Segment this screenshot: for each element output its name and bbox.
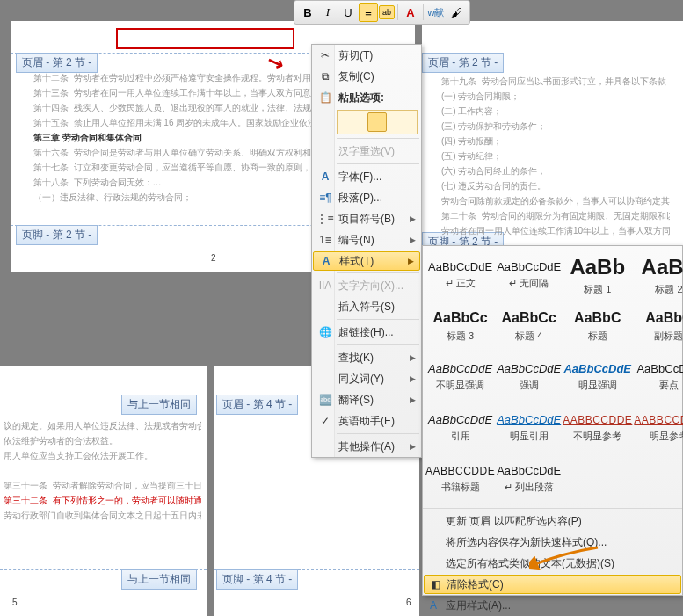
ctx-find[interactable]: 查找(K)▶ [312,347,421,368]
context-menu: ✂剪切(T) ⧉复制(C) 📋粘贴选项: 汉字重选(V) A字体(F)... ≡… [311,44,422,458]
style-swatch[interactable]: AaBbCcDdE明显强调 [563,352,632,402]
page-number-1: 2 [211,253,216,263]
fly-apply-styles[interactable]: A应用样式(A)... [423,595,682,616]
page-number-br: 6 [406,598,411,607]
translate-icon: 🔤 [316,391,335,409]
paragraph-icon: ≡¶ [316,189,335,207]
same-prev-3: 与上一节相同 [121,395,197,415]
bold-button[interactable]: B [298,3,317,22]
ctx-translate[interactable]: 🔤翻译(S)▶ [312,389,421,410]
fly-update[interactable]: 更新 页眉 以匹配所选内容(P) [423,511,682,532]
paste-option-keep[interactable] [337,110,418,134]
italic-button[interactable]: I [318,3,338,22]
annotation-red-box [116,28,294,49]
bullets-icon: ⋮≡ [316,210,335,228]
style-gallery: AaBbCcDdE↵ 正文AaBbCcDdE↵ 无间隔AaBb标题 1AaBb标… [423,246,682,506]
ctx-paste-opts: 📋粘贴选项: [312,87,421,108]
style-swatch[interactable]: AABBCCDDE明显参考 [634,403,683,453]
eraser-icon: ◧ [428,577,442,591]
english-icon: ✓ [316,412,335,430]
underline-button[interactable]: U [338,3,358,22]
page-number-bl: 5 [12,598,18,607]
scissors-icon: ✂ [316,47,335,64]
style-swatch[interactable]: AaBbCcDdE↵ 正文 [425,250,495,300]
style-swatch[interactable]: AaBbCc标题 3 [425,301,495,351]
mini-toolbar: B I U ≡ ab A w献 🖌 [294,0,470,25]
ctx-link[interactable]: 🌐超链接(H)... [312,322,421,343]
numbering-icon: 1≡ [316,231,335,249]
ctx-font[interactable]: A字体(F)... [312,166,421,187]
ctx-other[interactable]: 其他操作(A)▶ [312,436,421,457]
font-icon: A [316,168,335,185]
font-color-button[interactable]: A [401,3,420,22]
clipboard-icon [367,112,387,132]
ctx-hanzi: 汉字重选(V) [312,141,421,162]
annotation-orange-arrow [529,544,599,570]
doc-body: 第十二条 劳动者在劳动过程中必须严格遵守安全操作规程。劳动者对用人单位… 第十三… [33,70,315,205]
style-swatch[interactable]: AaBbCcDdE明显引用 [497,403,561,453]
ctx-styles[interactable]: A样式(T)▶ [313,251,420,271]
style-swatch[interactable]: AaBbCcDdE要点 [634,352,683,402]
ctx-synonym[interactable]: 同义词(Y)▶ [312,368,421,389]
fly-clear-format[interactable]: ◧清除格式(C) [424,575,681,594]
style-swatch[interactable]: AABBCCDDE书籍标题 [425,454,495,504]
style-swatch[interactable]: AaBbCcDdE↵ 列出段落 [497,454,561,504]
style-swatch[interactable]: AaBb标题 2 [634,250,683,300]
ctx-text-dir: IIA文字方向(X)... [312,275,421,296]
styles-icon: A [316,252,336,270]
align-center-button[interactable]: ≡ [359,3,378,22]
style-swatch[interactable]: AaBbCc标题 4 [497,301,561,351]
style-swatch[interactable]: AaBb标题 1 [563,250,632,300]
ctx-eng[interactable]: ✓英语助手(E) [312,410,421,431]
translate-icon[interactable]: w献 [426,3,446,22]
header-label-sec4: 页眉 - 第 4 节 - [216,395,298,415]
ctx-cut[interactable]: ✂剪切(T) [312,45,421,66]
ctx-numbering[interactable]: 1≡编号(N)▶ [312,229,421,250]
style-swatch[interactable]: AaBbC标题 [563,301,632,351]
ctx-copy[interactable]: ⧉复制(C) [312,66,421,87]
copy-icon: ⧉ [316,68,335,85]
link-icon: 🌐 [316,323,335,341]
doc-body-2: 第十九条 劳动合同应当以书面形式订立，并具备以下条款：… (一) 劳动合同期限；… [441,74,670,238]
highlight-button[interactable]: ab [379,5,395,19]
doc-body-3: 议的规定。如果用人单位违反法律、法规或者劳动合同，工会有权… 依法维护劳动者的合… [4,418,201,523]
format-painter-icon[interactable]: 🖌 [447,3,466,22]
style-swatch[interactable]: AaBbCcDdE引用 [425,403,495,453]
header-label-sec2-b: 页眉 - 第 2 节 - [422,53,504,73]
style-swatch[interactable]: AaBbCcDdE↵ 无间隔 [497,250,561,300]
apply-styles-icon: A [426,598,440,612]
footer-label-sec4: 页脚 - 第 4 节 - [216,569,298,590]
style-swatch[interactable]: AaBbCcDdE强调 [497,352,561,402]
paste-icon: 📋 [316,89,335,106]
ctx-bullets[interactable]: ⋮≡项目符号(B)▶ [312,208,421,229]
style-swatch[interactable]: AaBbCcDdE不明显强调 [425,352,495,402]
style-swatch[interactable]: AABBCCDDE不明显参考 [563,403,632,453]
ctx-symbol[interactable]: 插入符号(S) [312,296,421,317]
ctx-paragraph[interactable]: ≡¶段落(P)... [312,187,421,208]
sep [423,4,424,20]
style-swatch[interactable]: AaBbC副标题 [634,301,683,351]
footer-label-sec2: 页脚 - 第 2 节 - [16,225,98,245]
same-prev-3f: 与上一节相同 [121,569,197,590]
sep [397,4,398,20]
text-direction-icon: IIA [316,277,335,294]
